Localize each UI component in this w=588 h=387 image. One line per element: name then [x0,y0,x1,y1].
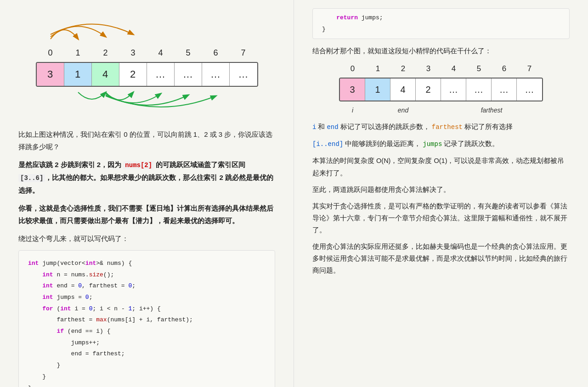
code-line-1: int jump(vector<int>& nums) { [28,258,266,269]
code-return: return jumps; [322,12,560,24]
r-cell-0: 3 [340,79,365,101]
para1: 比如上图这种情况，我们站在索引 0 的位置，可以向前跳 1、2 或 3 步，你说… [18,128,275,153]
desc-3: 本算法的时间复杂度 O(N)，空间复杂度 O(1)，可以说是非常高效，动态规划都… [312,155,570,179]
code-line-2: int n = nums.size(); [28,269,266,281]
cell-4: … [147,63,175,86]
r-cell-1: 1 [365,79,390,101]
left-panel: 0 1 2 3 4 5 6 7 3 1 4 2 … … … … [0,0,294,387]
r-index-3: 3 [416,62,441,76]
code-line-11: } [28,371,266,383]
r-index-5: 5 [466,62,492,76]
index-6: 6 [202,46,230,60]
label-end: end [390,105,416,116]
index-2: 2 [92,46,119,60]
cell-7: … [230,63,257,86]
code-line-7: if (end == i) { [28,326,266,337]
desc-2: [i..end] 中能够跳到的最远距离， jumps 记录了跳跃次数。 [312,138,570,150]
code-line-12: } [28,383,266,387]
r-cell-3: 2 [416,79,441,101]
para2: 显然应该跳 2 步跳到索引 2，因为 nums[2] 的可跳跃区域涵盖了索引区间… [18,158,275,196]
r-index-6: 6 [492,62,517,76]
cell-0: 3 [37,63,64,86]
array-cells-left: 3 1 4 2 … … … … [36,62,258,87]
code-snippet-top: return jumps; } [312,8,570,39]
desc-4: 至此，两道跳跃问题都使用贪心算法解决了。 [312,184,570,196]
code-line-10: } [28,360,266,371]
desc-bracket: [i..end] [312,140,343,148]
para4: 绕过这个弯儿来，就可以写代码了： [18,232,275,245]
desc-5: 其实对于贪心选择性质，是可以有严格的数学证明的，有兴趣的读者可以参看《算法导论》… [312,200,570,236]
label-i: i [340,105,365,116]
bracket-3-6: [3..6] [18,174,45,182]
para3: 你看，这就是贪心选择性质，我们不需要【逐日地】计算出所有选择的具体结果然后比较求… [18,202,275,227]
right-panel: return jumps; } 结合刚才那个图，就知道这段短小精悍的代码在干什么… [294,0,588,387]
r-index-4: 4 [441,62,466,76]
index-0: 0 [37,46,64,60]
r-cell-6: … [492,79,517,101]
code-line-6: farthest = max(nums[i] + i, farthest); [28,314,266,326]
r-index-7: 7 [517,62,542,76]
code-block: int jump(vector<int>& nums) { int n = nu… [18,250,275,387]
cell-3: 2 [119,63,147,86]
label-farthest: farthest [466,105,517,116]
desc-end: end [327,123,338,131]
index-row-left: 0 1 2 3 4 5 6 7 [37,46,257,60]
code-line-3: int end = 0, farthest = 0; [28,280,266,292]
desc-farthest: farthest [432,123,463,131]
index-row-right: 0 1 2 3 4 5 6 7 [340,62,542,76]
desc-1: i 和 end 标记了可以选择的跳跃步数， farthest 标记了所有选择 [312,121,570,133]
desc-6: 使用贪心算法的实际应用还挺多，比如赫夫曼编码也是一个经典的贪心算法应用。更多时候… [312,241,570,276]
inline-code-nums2: nums[2] [123,161,154,169]
code-line-9: end = farthest; [28,348,266,360]
cell-6: … [202,63,230,86]
r-cell-4: … [441,79,466,101]
r-cell-7: … [517,79,542,101]
desc-i: i [312,123,316,131]
r-index-2: 2 [390,62,416,76]
cell-5: … [175,63,202,86]
array-cells-right: 3 1 4 2 … … … … [339,78,543,101]
code-line-8: jumps++; [28,337,266,349]
labels-row: i end farthest [340,105,542,116]
r-cell-5: … [466,79,492,101]
r-index-0: 0 [340,62,365,76]
r-cell-2: 4 [390,79,416,101]
code-line-5: for (int i = 0; i < n - 1; i++) { [28,303,266,315]
index-7: 7 [230,46,257,60]
cell-1: 1 [64,63,92,86]
index-1: 1 [64,46,92,60]
arrows-below [37,87,257,119]
array-diagram-left: 0 1 2 3 4 5 6 7 3 1 4 2 … … … … [18,14,275,119]
index-4: 4 [147,46,175,60]
desc-jumps: jumps [423,140,442,148]
code-closing-brace: } [322,24,560,35]
cell-2: 4 [92,63,119,86]
index-3: 3 [119,46,147,60]
arrows-above [37,14,257,46]
code-line-4: int jumps = 0; [28,292,266,303]
intro-text: 结合刚才那个图，就知道这段短小精悍的代码在干什么了： [312,45,570,57]
array-diagram-right: 0 1 2 3 4 5 6 7 3 1 4 2 … … … … i end f [312,62,570,116]
r-index-1: 1 [365,62,390,76]
index-5: 5 [175,46,202,60]
